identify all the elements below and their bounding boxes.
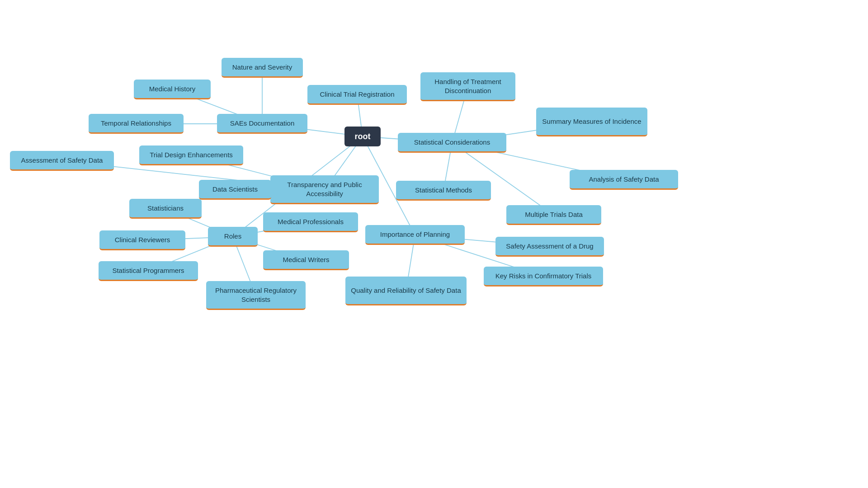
mindmap-canvas: rootNature and SeverityMedical HistoryTe… [0,0,868,488]
topic-node-nature-severity[interactable]: Nature and Severity [222,58,303,78]
topic-node-temporal-relationships[interactable]: Temporal Relationships [89,114,184,134]
topic-node-medical-professionals[interactable]: Medical Professionals [263,212,358,232]
topic-node-data-scientists[interactable]: Data Scientists [199,180,271,200]
topic-node-statistical-programmers[interactable]: Statistical Programmers [99,261,198,281]
topic-node-clinical-trial-reg[interactable]: Clinical Trial Registration [307,85,407,105]
topic-node-multiple-trials[interactable]: Multiple Trials Data [506,205,601,225]
topic-node-statistical-methods[interactable]: Statistical Methods [396,181,491,201]
topic-node-trial-design[interactable]: Trial Design Enhancements [139,145,243,165]
topic-node-medical-history[interactable]: Medical History [134,80,211,99]
topic-node-safety-assessment-drug[interactable]: Safety Assessment of a Drug [495,237,604,257]
topic-node-key-risks[interactable]: Key Risks in Confirmatory Trials [484,267,603,286]
topic-node-statistical-considerations[interactable]: Statistical Considerations [398,133,506,153]
topic-node-handling-treatment[interactable]: Handling of Treatment Discontinuation [420,72,515,101]
topic-node-summary-measures[interactable]: Summary Measures of Incidence [536,108,647,136]
topic-node-assessment-safety[interactable]: Assessment of Safety Data [10,151,114,171]
topic-node-statisticians[interactable]: Statisticians [129,199,202,219]
topic-node-transparency[interactable]: Transparency and Public Accessibility [270,175,379,204]
topic-node-importance-planning[interactable]: Importance of Planning [365,225,465,245]
topic-node-roles[interactable]: Roles [208,227,258,247]
topic-node-clinical-reviewers[interactable]: Clinical Reviewers [99,230,185,250]
topic-node-medical-writers[interactable]: Medical Writers [263,250,349,270]
topic-node-quality-reliability[interactable]: Quality and Reliability of Safety Data [345,277,467,305]
root-node[interactable]: root [344,127,381,146]
svg-line-21 [452,143,554,215]
topic-node-analysis-safety[interactable]: Analysis of Safety Data [570,170,678,190]
topic-node-saes-documentation[interactable]: SAEs Documentation [217,114,307,134]
topic-node-pharma-regulatory[interactable]: Pharmaceutical Regulatory Scientists [206,281,306,310]
